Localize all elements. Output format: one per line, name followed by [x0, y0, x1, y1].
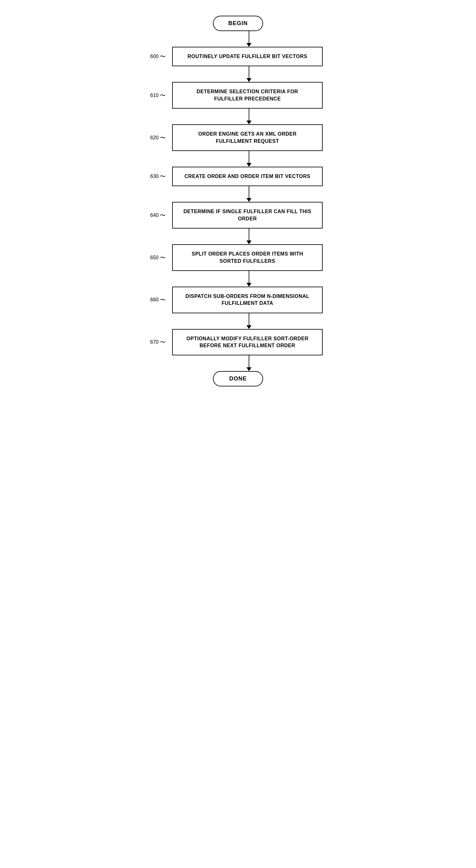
step-630-box: CREATE ORDER AND ORDER ITEM BIT VECTORS — [172, 167, 323, 186]
step-640-wrapper: 640 〜 DETERMINE IF SINGLE FULFILLER CAN … — [150, 202, 326, 228]
step-640-box: DETERMINE IF SINGLE FULFILLER CAN FILL T… — [172, 202, 323, 228]
step-630-wrapper: 630 〜 CREATE ORDER AND ORDER ITEM BIT VE… — [150, 167, 326, 186]
step-640-label: 640 〜 — [150, 212, 166, 219]
step-600-number: 600 — [150, 54, 159, 59]
step-620-label: 620 〜 — [150, 134, 166, 142]
step-600-box: ROUTINELY UPDATE FULFILLER BIT VECTORS — [172, 47, 323, 66]
step-670-label: 670 〜 — [150, 338, 166, 346]
step-640-squiggle: 〜 — [160, 212, 166, 219]
arrow-660-670 — [246, 313, 251, 329]
arrow-610-620 — [246, 108, 251, 124]
arrow-630-640 — [246, 186, 251, 202]
step-610-box: DETERMINE SELECTION CRITERIA FOR FULFILL… — [172, 82, 323, 108]
step-630-number: 630 — [150, 174, 159, 179]
step-670-wrapper: 670 〜 OPTIONALLY MODIFY FULFILLER SORT-O… — [150, 329, 326, 356]
arrow-640-650 — [246, 228, 251, 244]
step-600-squiggle: 〜 — [160, 53, 166, 60]
arrow-begin-600 — [246, 31, 251, 47]
step-610-number: 610 — [150, 93, 159, 98]
step-630-label: 630 〜 — [150, 173, 166, 180]
step-670-squiggle: 〜 — [160, 338, 166, 346]
step-650-wrapper: 650 〜 SPLIT ORDER PLACES ORDER ITEMS WIT… — [150, 244, 326, 271]
arrow-670-done — [246, 355, 251, 371]
step-650-number: 650 — [150, 255, 159, 260]
step-670-box: OPTIONALLY MODIFY FULFILLER SORT-ORDER B… — [172, 329, 323, 356]
step-630-squiggle: 〜 — [160, 173, 166, 180]
arrow-600-610 — [246, 66, 251, 82]
step-620-wrapper: 620 〜 ORDER ENGINE GETS AN XML ORDER FUL… — [150, 124, 326, 151]
step-660-label: 660 〜 — [150, 296, 166, 304]
step-600-wrapper: 600 〜 ROUTINELY UPDATE FULFILLER BIT VEC… — [150, 47, 326, 66]
step-660-number: 660 — [150, 297, 159, 303]
flowchart: BEGIN 600 〜 ROUTINELY UPDATE FULFILLER B… — [144, 6, 332, 396]
step-640-number: 640 — [150, 213, 159, 218]
arrow-620-630 — [246, 151, 251, 167]
arrow-650-660 — [246, 271, 251, 287]
step-660-squiggle: 〜 — [160, 296, 166, 304]
step-650-label: 650 〜 — [150, 254, 166, 261]
step-610-wrapper: 610 〜 DETERMINE SELECTION CRITERIA FOR F… — [150, 82, 326, 108]
done-terminal: DONE — [213, 371, 263, 386]
step-650-box: SPLIT ORDER PLACES ORDER ITEMS WITH SORT… — [172, 244, 323, 271]
step-620-number: 620 — [150, 135, 159, 141]
step-670-number: 670 — [150, 339, 159, 345]
step-600-label: 600 〜 — [150, 53, 166, 60]
step-660-box: DISPATCH SUB-ORDERS FROM N-DIMENSIONAL F… — [172, 287, 323, 313]
step-610-squiggle: 〜 — [160, 92, 166, 99]
step-610-label: 610 〜 — [150, 92, 166, 99]
step-660-wrapper: 660 〜 DISPATCH SUB-ORDERS FROM N-DIMENSI… — [150, 287, 326, 313]
step-620-squiggle: 〜 — [160, 134, 166, 142]
begin-terminal: BEGIN — [213, 16, 263, 31]
step-620-box: ORDER ENGINE GETS AN XML ORDER FULFILLME… — [172, 124, 323, 151]
step-650-squiggle: 〜 — [160, 254, 166, 261]
